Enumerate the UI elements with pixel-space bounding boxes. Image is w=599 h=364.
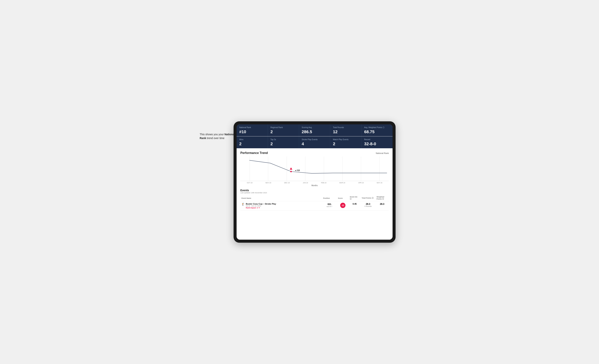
chart-months: OCT 23 NOV 23 DEC 23 JAN 24 FEB 24 MAR 2… [240, 182, 389, 184]
stats-row-2: Wins 2 Top 3s 2 Stroke Play Events 4 Mat… [237, 136, 393, 148]
stat-national-rank: National Rank #10 [237, 124, 268, 136]
main-content: Performance Trend National Rank [237, 148, 393, 240]
event-score-badge: -22 [340, 203, 345, 208]
stat-record: Record 32-8-0 [361, 136, 393, 148]
event-score-cell: -22 [337, 201, 349, 211]
stat-match-play: Match Play Events 2 [330, 136, 361, 148]
event-weighted-points-cell: 28.3 [375, 201, 389, 211]
stat-stroke-play-value: 4 [302, 142, 327, 146]
col-header-sg: Event SG ⓘ [349, 195, 361, 201]
stat-avg-weighted-value: 68.75 [364, 129, 390, 134]
event-rank-impact: Rank Impact: 3 ▼ [246, 207, 276, 209]
stat-top3s-label: Top 3s [271, 138, 296, 141]
stat-match-play-label: Match Play Events [333, 138, 359, 141]
event-position-cell: 6th out of 7 [322, 201, 337, 211]
chart-svg [240, 157, 389, 181]
month-oct23: OCT 23 [247, 182, 253, 184]
stat-record-label: Record [364, 138, 390, 141]
tablet-screen: National Rank #10 Regional Rank 2 Scorin… [237, 124, 393, 240]
event-position: 6th [323, 203, 336, 205]
table-row: 🏌 Buster Cozy Cup – Stroke Play Oct 9 - … [240, 201, 389, 211]
month-dec23: DEC 23 [284, 182, 290, 184]
stat-national-rank-value: #10 [239, 129, 265, 134]
month-may24: MAY 24 [377, 182, 382, 184]
performance-trend-section: Performance Trend National Rank [240, 151, 389, 186]
stat-top3s-value: 2 [271, 142, 296, 146]
stat-scoring-avg-value: 286.5 [302, 129, 327, 134]
annotation: This shows you your National Rank trend … [200, 133, 237, 140]
event-date: Oct 9 - Oct 10, 2023 [246, 205, 276, 207]
stat-scoring-avg-label: Scoring Avg. [302, 126, 327, 129]
event-weighted-points-value: 28.3 [380, 203, 384, 205]
month-apr24: APR 24 [358, 182, 364, 184]
rank-direction-icon: ▼ [258, 207, 260, 209]
stat-regional-rank: Regional Rank 2 [268, 124, 299, 136]
month-jan24: JAN 24 [303, 182, 308, 184]
annotation-text: This shows you your National Rank trend … [200, 133, 235, 140]
svg-point-2 [290, 171, 292, 172]
svg-marker-3 [290, 168, 292, 170]
stat-top3s: Top 3s 2 [268, 136, 299, 148]
events-title: Events [240, 189, 389, 192]
stat-wins-label: Wins [239, 138, 265, 141]
event-total-rounds: 3 Rounds [362, 205, 374, 207]
chart-header: Performance Trend National Rank [240, 151, 389, 155]
scene: This shows you your National Rank trend … [200, 121, 399, 243]
stat-avg-weighted: Avg. Weighted Points ⓘ 68.75 [361, 124, 393, 136]
rank-label: ● #10 [295, 169, 300, 171]
col-header-score: Score [337, 195, 349, 201]
event-name: Buster Cozy Cup – Stroke Play [246, 203, 276, 205]
events-section: Events Last updated: 24th November 2023 … [240, 189, 389, 211]
stat-wins: Wins 2 [237, 136, 268, 148]
event-sg-value: 0.45 [353, 203, 357, 205]
tablet: National Rank #10 Regional Rank 2 Scorin… [234, 121, 396, 243]
col-header-position: Position [322, 195, 337, 201]
stat-wins-value: 2 [239, 142, 265, 146]
stat-total-rounds-label: Total Rounds [333, 126, 359, 129]
chart-area: ● #10 [240, 157, 389, 181]
table-header-row: Event Name Position Score Event SG ⓘ [240, 195, 389, 201]
stat-stroke-play-label: Stroke Play Events [302, 138, 327, 141]
event-total-points-value: 28.3 [362, 203, 374, 205]
stat-total-rounds-value: 12 [333, 129, 359, 134]
month-nov23: NOV 23 [265, 182, 271, 184]
chart-title: Performance Trend [240, 151, 268, 155]
col-header-event: Event Name [240, 195, 322, 201]
stat-avg-weighted-label: Avg. Weighted Points ⓘ [364, 126, 390, 129]
stat-national-rank-label: National Rank [239, 126, 265, 129]
stat-match-play-value: 2 [333, 142, 359, 146]
col-header-weighted-points: Weighted Points ⓘ [375, 195, 389, 201]
chart-x-axis-label: Months [240, 185, 389, 186]
stat-regional-rank-value: 2 [271, 129, 296, 134]
stats-row-1: National Rank #10 Regional Rank 2 Scorin… [237, 124, 393, 136]
stat-total-rounds: Total Rounds 12 [330, 124, 361, 136]
chart-label-right: National Rank [376, 152, 389, 154]
col-header-total-points: Total Points ⓘ [361, 195, 375, 201]
stat-scoring-avg: Scoring Avg. 286.5 [299, 124, 330, 136]
stat-record-value: 32-8-0 [364, 142, 390, 146]
stat-regional-rank-label: Regional Rank [271, 126, 296, 129]
annotation-bold: National Rank [200, 133, 235, 140]
stat-stroke-play: Stroke Play Events 4 [299, 136, 330, 148]
golf-icon: 🏌 [241, 203, 245, 206]
month-mar24: MAR 24 [339, 182, 345, 184]
events-last-updated: Last updated: 24th November 2023 [240, 192, 389, 194]
event-position-sub: out of 7 [323, 205, 336, 207]
event-name-cell: 🏌 Buster Cozy Cup – Stroke Play Oct 9 - … [240, 201, 322, 211]
month-feb24: FEB 24 [321, 182, 326, 184]
events-table: Event Name Position Score Event SG ⓘ [240, 195, 389, 211]
event-sg-cell: 0.45 [349, 201, 361, 211]
event-total-points-cell: 28.3 3 Rounds [361, 201, 375, 211]
